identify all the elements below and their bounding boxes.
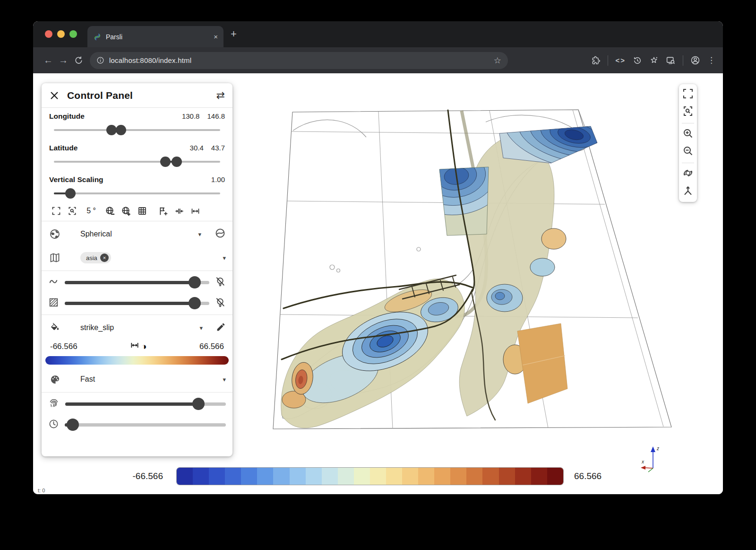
vertical-scaling-slider[interactable] [54, 184, 220, 203]
fault-opacity-slider[interactable] [65, 272, 209, 293]
reset-camera-icon[interactable] [48, 206, 64, 216]
latitude-handle-high[interactable] [172, 157, 182, 167]
fault-opacity-handle[interactable] [189, 276, 201, 288]
view-toolbar [679, 84, 697, 202]
surface-opacity-slider[interactable] [65, 293, 209, 314]
scalar-bar-region: -66.566 66.566 [33, 467, 723, 485]
region-chip-close-icon[interactable]: × [100, 253, 109, 262]
time-row [42, 414, 232, 435]
palette-icon [48, 374, 61, 385]
panel-toolbar: 5 ° [42, 203, 232, 220]
region-chip[interactable]: asia × [80, 252, 111, 263]
longitude-handle-low[interactable] [106, 125, 117, 135]
preset-value[interactable]: Fast [80, 375, 95, 384]
bookmark-star-icon[interactable]: ☆ [494, 55, 501, 66]
collapse-width-icon[interactable] [171, 206, 187, 216]
time-slider[interactable] [65, 414, 226, 435]
color-by-value[interactable]: strike_slip [80, 323, 114, 332]
texture-slider[interactable] [65, 393, 226, 414]
scalar-bar-min: -66.566 [133, 471, 163, 481]
preset-caret-icon[interactable]: ▾ [223, 376, 226, 383]
symmetric-range-icon[interactable]: ◑ [141, 341, 146, 352]
zoom-to-data-icon[interactable] [64, 206, 80, 216]
forward-icon[interactable]: → [56, 55, 71, 66]
fit-range-icon[interactable] [130, 340, 139, 352]
projection-value[interactable]: Spherical [80, 230, 112, 238]
history-icon[interactable] [633, 56, 642, 65]
browser-tab[interactable]: Parsli × [87, 26, 223, 47]
zoom-in-icon[interactable] [682, 128, 694, 141]
viewport-3d[interactable]: z x [236, 73, 723, 494]
latitude-range-slider[interactable] [54, 152, 220, 171]
lightbulb-off-icon[interactable] [215, 297, 226, 310]
graticule-step-label[interactable]: 5 ° [80, 207, 102, 215]
zoom-to-fit-icon[interactable] [682, 105, 694, 119]
back-icon[interactable]: ← [41, 55, 56, 66]
toolbar-separator [683, 55, 683, 66]
texture-row [42, 393, 232, 414]
bookmarks-sparkle-icon[interactable] [649, 56, 659, 65]
lightbulb-off-icon[interactable] [215, 276, 226, 289]
color-by-caret-icon[interactable]: ▾ [199, 324, 203, 332]
url-text[interactable]: localhost:8080/index.html [109, 56, 489, 64]
time-handle[interactable] [67, 419, 79, 431]
hatched-square-icon [48, 297, 59, 310]
page-content: z x Control Panel ⇄ [33, 73, 723, 494]
add-flag-icon[interactable] [155, 206, 171, 216]
vertical-scaling-section: Vertical Scaling 1.00 [42, 171, 232, 203]
tab-title: Parsli [106, 33, 209, 41]
projection-caret-icon[interactable]: ▾ [198, 231, 201, 238]
clock-icon [48, 419, 59, 431]
longitude-handle-high[interactable] [116, 125, 126, 135]
longitude-low-value: 130.8 [182, 112, 200, 120]
region-row: asia × ▾ [42, 246, 232, 270]
globe-minus-icon[interactable] [102, 206, 118, 216]
vertical-scaling-handle[interactable] [65, 188, 76, 199]
latitude-section: Latitude 30.443.7 [42, 140, 232, 171]
vertical-scaling-value: 1.00 [211, 175, 225, 183]
fingerprint-icon [48, 397, 60, 410]
close-window-button[interactable] [45, 30, 52, 38]
reload-icon[interactable] [71, 56, 86, 65]
traffic-lights [45, 30, 77, 38]
longitude-range-slider[interactable] [54, 121, 220, 140]
grid-icon[interactable] [134, 206, 150, 216]
close-icon[interactable] [49, 90, 60, 101]
zoom-out-icon[interactable] [682, 145, 694, 158]
texture-handle[interactable] [192, 398, 205, 410]
axis-z-label: z [656, 446, 659, 451]
tab-close-icon[interactable]: × [214, 33, 218, 40]
earth-swirl-icon[interactable] [215, 227, 226, 241]
panel-colormap-bar [45, 356, 229, 365]
browser-menu-icon[interactable]: ⋮ [707, 55, 715, 65]
new-tab-button[interactable]: + [231, 29, 237, 39]
extensions-icon[interactable] [591, 56, 601, 65]
edit-pencil-icon[interactable] [216, 322, 226, 334]
swap-layout-icon[interactable]: ⇄ [216, 89, 225, 102]
browser-window: Parsli × + ← → localhost:8080/index.html… [33, 21, 723, 494]
surface-opacity-handle[interactable] [189, 297, 201, 309]
bottom-colorbar [176, 467, 564, 485]
toolbar-separator [608, 55, 608, 66]
region-chip-label: asia [86, 254, 97, 262]
address-bar[interactable]: localhost:8080/index.html ☆ [90, 52, 508, 69]
expand-width-icon[interactable] [187, 206, 203, 216]
reset-axes-icon[interactable] [682, 185, 694, 198]
globe-plus-icon[interactable] [118, 206, 134, 216]
region-caret-icon[interactable]: ▾ [223, 254, 226, 262]
latitude-high-value: 43.7 [211, 144, 225, 152]
fullscreen-icon[interactable] [682, 88, 694, 101]
reading-list-search-icon[interactable] [666, 55, 676, 65]
zoom-window-button[interactable] [69, 30, 77, 38]
devtools-code-icon[interactable]: <> [615, 56, 626, 64]
longitude-label: Longitude [49, 112, 85, 121]
panel-title: Control Panel [67, 90, 209, 101]
rotate-3d-icon[interactable] [682, 167, 694, 181]
preset-row: Fast ▾ [42, 367, 232, 391]
latitude-handle-low[interactable] [160, 157, 171, 167]
profile-avatar-icon[interactable] [690, 55, 700, 65]
site-info-icon[interactable] [96, 56, 104, 64]
minimize-window-button[interactable] [57, 30, 65, 38]
browser-toolbar: ← → localhost:8080/index.html ☆ <> [33, 47, 723, 73]
latitude-low-value: 30.4 [190, 144, 204, 152]
